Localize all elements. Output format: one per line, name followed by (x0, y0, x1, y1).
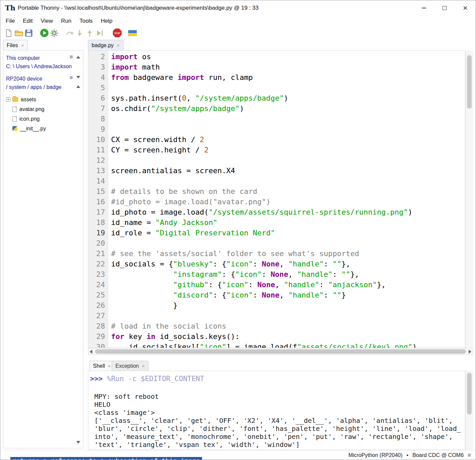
code-line[interactable] (111, 176, 465, 186)
tree-item-assets[interactable]: +assets (6, 95, 73, 104)
expand-icon[interactable]: + (6, 97, 10, 102)
step-into-button[interactable] (75, 28, 85, 38)
clipped-tooltip-text: returns a reference to a subsection of t… (10, 457, 202, 460)
run-script-button[interactable] (39, 28, 49, 38)
tab-files[interactable]: Files × (3, 40, 28, 50)
save-file-button[interactable] (24, 28, 34, 38)
code-line[interactable]: import os (111, 51, 465, 62)
shell-vscrollbar[interactable] (465, 371, 473, 450)
editor-code[interactable]: import osimport mathfrom badgeware impor… (108, 51, 465, 348)
editor[interactable]: 2345678910111213141516171819202122232425… (88, 50, 465, 348)
tab-exception[interactable]: Exception × (112, 361, 149, 371)
code-line[interactable]: from badgeware import run, clamp (111, 72, 465, 83)
minimize-button[interactable] (413, 0, 434, 15)
scroll-up-icon[interactable] (76, 56, 80, 59)
code-line[interactable] (111, 311, 465, 321)
tree-item-avatar-png[interactable]: avatar.png (6, 104, 73, 114)
code-line[interactable]: for key in id_socials.keys(): (111, 331, 465, 342)
code-line[interactable]: id_socials = {"bluesky": {"icon": None, … (111, 259, 465, 269)
close-button[interactable]: × (455, 0, 476, 15)
editor-vscrollbar-thumb[interactable] (467, 55, 472, 109)
stop-button[interactable]: STOP (112, 28, 122, 38)
files-computer-menu-icon[interactable]: ≡ (70, 54, 73, 61)
code-line[interactable]: id_name = "Andy Jackson" (111, 217, 465, 228)
tab-shell[interactable]: Shell × (89, 361, 114, 371)
code-line[interactable]: id_role = "Digital Preservation Nerd" (111, 228, 465, 238)
menu-view[interactable]: View (37, 16, 57, 26)
python-icon (12, 126, 17, 131)
file-icon (12, 107, 17, 112)
code-line[interactable]: "instagram": {"icon": None, "handle": ""… (111, 269, 465, 279)
code-line[interactable] (111, 155, 465, 165)
line-number: 15 (88, 186, 105, 197)
new-file-button[interactable] (4, 28, 14, 38)
menu-run[interactable]: Run (57, 16, 75, 26)
line-number: 6 (88, 93, 105, 103)
line-number: 16 (88, 197, 105, 207)
menu-help[interactable]: Help (97, 16, 116, 26)
tree-item-icon-png[interactable]: icon.png (6, 114, 73, 124)
editor-hscrollbar[interactable] (88, 348, 473, 355)
line-number: 4 (88, 72, 105, 83)
ukraine-flag-button[interactable] (127, 28, 137, 38)
line-number: 18 (88, 217, 105, 228)
code-line[interactable]: os.chdir("/system/apps/badge") (111, 103, 465, 114)
editor-tab-close-icon[interactable]: × (117, 43, 120, 48)
line-number: 28 (88, 321, 105, 331)
code-line[interactable]: "github": {"icon": None, "handle": "anja… (111, 279, 465, 290)
code-line[interactable]: # see the 'assets/social' folder to see … (111, 248, 465, 259)
editor-vscrollbar[interactable] (465, 50, 473, 348)
ukraine-flag-icon (128, 30, 137, 36)
hscroll-left-icon[interactable] (90, 350, 92, 354)
line-number: 3 (88, 62, 105, 72)
code-line[interactable]: id_photo = image.load("/system/assets/sq… (111, 207, 465, 217)
shell-output[interactable]: >>> %Run -c $EDITOR_CONTENT MPY: soft re… (88, 371, 465, 450)
code-line[interactable]: # details to be shown on the card (111, 186, 465, 197)
code-line[interactable]: sys.path.insert(0, "/system/apps/badge") (111, 93, 465, 103)
step-out-button[interactable] (85, 28, 95, 38)
code-line[interactable]: CY = screen.height / 2 (111, 145, 465, 155)
code-line[interactable]: #id_photo = image.load("avatar.png") (111, 197, 465, 207)
statusbar-menu-icon[interactable]: ≡ (468, 452, 471, 459)
exception-tab-close-icon[interactable]: × (142, 363, 145, 368)
this-computer-label[interactable]: This computer (6, 54, 40, 62)
device-scroll-down-icon[interactable] (76, 441, 80, 444)
resume-button[interactable] (95, 28, 105, 38)
scroll-down-icon[interactable] (76, 76, 80, 79)
code-line[interactable]: import math (111, 62, 465, 72)
code-line[interactable] (111, 83, 465, 93)
debug-script-button[interactable] (49, 28, 59, 38)
open-file-button[interactable] (14, 28, 24, 38)
port-label[interactable]: Board CDC @ COM6 (412, 452, 464, 458)
files-tab-close-icon[interactable]: × (21, 43, 24, 48)
statusbar-separator: • (406, 452, 408, 458)
code-line[interactable]: id_socials[key]["icon"] = image.load(f"a… (111, 342, 465, 348)
code-line[interactable]: CX = screen.width / 2 (111, 134, 465, 145)
code-line[interactable]: # load in the social icons (111, 321, 465, 331)
tab-badge-py[interactable]: badge.py × (88, 40, 123, 50)
computer-path[interactable]: C: \ Users \ AndrewJackson (6, 62, 72, 71)
maximize-button[interactable] (434, 0, 455, 15)
device-scroll-up-icon[interactable] (76, 85, 80, 88)
shell-vscrollbar-thumb[interactable] (467, 373, 472, 415)
menu-edit[interactable]: Edit (19, 16, 36, 26)
code-line[interactable]: screen.antialias = screen.X4 (111, 165, 465, 176)
hscroll-right-icon[interactable] (469, 350, 471, 354)
menu-file[interactable]: File (2, 16, 19, 26)
editor-hscrollbar-thumb[interactable] (95, 349, 466, 354)
shell-tab-close-icon[interactable]: × (108, 363, 111, 368)
interpreter-label[interactable]: MicroPython (RP2040) (348, 452, 402, 458)
code-line[interactable]: "discord": {"icon": None, "handle": ""} (111, 290, 465, 300)
device-path[interactable]: / system / apps / badge (6, 83, 72, 91)
code-line[interactable] (111, 124, 465, 134)
files-device-menu-icon[interactable]: ≡ (70, 75, 73, 81)
line-number: 10 (88, 134, 105, 145)
tree-item--init-py[interactable]: __init__.py (6, 124, 73, 133)
code-line[interactable] (111, 114, 465, 124)
code-line[interactable] (111, 238, 465, 248)
device-label[interactable]: RP2040 device (6, 75, 42, 83)
new-file-icon (5, 29, 12, 37)
menu-tools[interactable]: Tools (75, 16, 97, 26)
code-line[interactable]: } (111, 300, 465, 311)
step-over-button[interactable] (65, 28, 75, 38)
